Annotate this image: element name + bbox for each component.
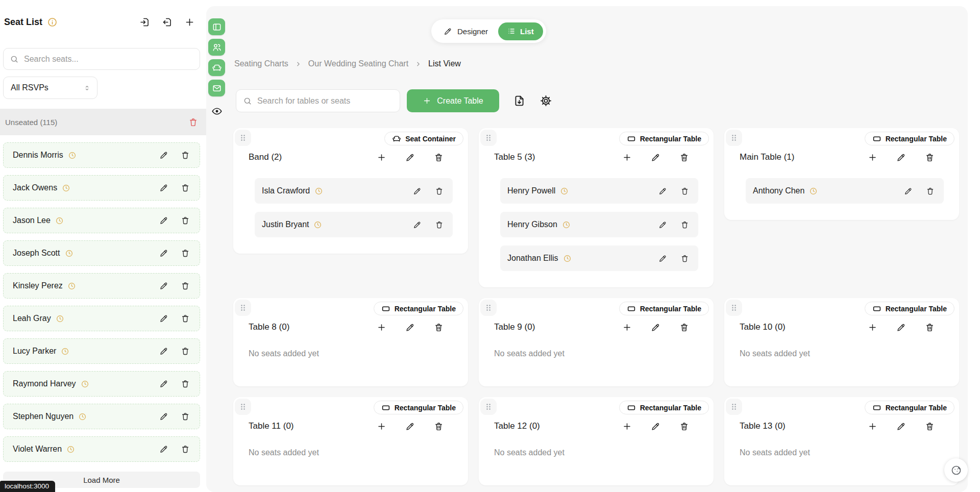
seat-search-input[interactable] [24,55,193,64]
delete-table-button[interactable] [925,323,935,332]
delete-table-button[interactable] [434,323,444,332]
breadcrumb-chart-name[interactable]: Our Wedding Seating Chart [308,59,408,68]
unseated-guest-item[interactable]: Kinsley Perez [3,273,200,299]
unseated-guest-item[interactable]: Dennis Morris [3,142,200,168]
delete-guest-button[interactable] [181,281,190,290]
add-seat-button[interactable] [184,17,195,28]
delete-table-button[interactable] [679,153,689,162]
rsvp-filter-select[interactable]: All RSVPs [3,77,97,99]
delete-guest-button[interactable] [181,379,190,388]
delete-table-button[interactable] [434,153,444,162]
delete-seat-button[interactable] [435,187,444,195]
edit-seat-button[interactable] [658,187,667,195]
add-seat-to-table-button[interactable] [868,323,877,332]
seat-row[interactable]: Justin Bryant [255,212,453,237]
seat-row[interactable]: Henry Powell [500,178,698,204]
delete-guest-button[interactable] [181,347,190,356]
drag-handle[interactable] [235,399,251,415]
info-icon[interactable] [47,17,58,28]
seats-button[interactable] [208,59,225,76]
unseated-guest-item[interactable]: Stephen Nguyen [3,404,200,429]
edit-table-button[interactable] [651,153,660,162]
designer-tab[interactable]: Designer [435,19,498,43]
delete-guest-button[interactable] [181,151,190,160]
delete-table-button[interactable] [925,153,935,162]
edit-table-button[interactable] [651,323,660,332]
cookie-consent-button[interactable] [944,458,968,482]
seat-row[interactable]: Anthony Chen [746,178,944,204]
drag-handle[interactable] [235,130,251,146]
unseated-guest-item[interactable]: Leah Gray [3,306,200,331]
edit-table-button[interactable] [405,153,415,162]
export-button[interactable] [162,17,173,28]
seat-row[interactable]: Isla Crawford [255,178,453,204]
delete-seat-button[interactable] [680,187,689,195]
table-search-input[interactable] [257,96,393,106]
create-table-button[interactable]: Create Table [407,89,499,112]
edit-guest-button[interactable] [159,445,168,454]
edit-seat-button[interactable] [413,187,422,195]
settings-button[interactable] [540,94,552,107]
add-seat-to-table-button[interactable] [377,323,386,332]
edit-guest-button[interactable] [159,216,168,225]
drag-handle[interactable] [235,300,251,316]
drag-handle[interactable] [480,130,497,146]
delete-guest-button[interactable] [181,249,190,258]
delete-guest-button[interactable] [181,445,190,454]
delete-seat-button[interactable] [680,220,689,229]
edit-guest-button[interactable] [159,379,168,388]
import-button[interactable] [139,17,150,28]
edit-seat-button[interactable] [904,187,913,195]
preview-button[interactable] [208,106,225,117]
add-seat-to-table-button[interactable] [868,153,877,162]
delete-guest-button[interactable] [181,314,190,323]
edit-guest-button[interactable] [159,151,168,160]
edit-table-button[interactable] [405,422,415,431]
delete-seat-button[interactable] [926,187,935,195]
edit-table-button[interactable] [651,422,660,431]
add-seat-to-table-button[interactable] [622,323,632,332]
drag-handle[interactable] [726,399,742,415]
unseated-guest-item[interactable]: Jason Lee [3,208,200,233]
drag-handle[interactable] [480,300,497,316]
unseated-guest-item[interactable]: Joseph Scott [3,240,200,266]
edit-table-button[interactable] [896,422,906,431]
edit-guest-button[interactable] [159,281,168,290]
delete-guest-button[interactable] [181,183,190,192]
guests-button[interactable] [208,39,225,56]
delete-table-button[interactable] [434,422,444,431]
edit-table-button[interactable] [896,153,906,162]
unseated-guest-item[interactable]: Lucy Parker [3,338,200,364]
edit-seat-button[interactable] [658,220,667,229]
list-tab[interactable]: List [498,22,543,40]
delete-table-button[interactable] [679,323,689,332]
delete-seat-button[interactable] [435,220,444,229]
panel-layout-button[interactable] [208,18,225,35]
delete-guest-button[interactable] [181,216,190,225]
seat-row[interactable]: Henry Gibson [500,212,698,237]
add-seat-to-table-button[interactable] [622,422,632,431]
seat-row[interactable]: Jonathan Ellis [500,245,698,271]
delete-table-button[interactable] [925,422,935,431]
edit-table-button[interactable] [896,323,906,332]
edit-guest-button[interactable] [159,249,168,258]
edit-guest-button[interactable] [159,347,168,356]
drag-handle[interactable] [726,130,742,146]
delete-seat-button[interactable] [680,254,689,263]
drag-handle[interactable] [480,399,497,415]
add-seat-to-table-button[interactable] [377,422,386,431]
edit-guest-button[interactable] [159,412,168,421]
edit-seat-button[interactable] [658,254,667,263]
edit-seat-button[interactable] [413,220,422,229]
add-seat-to-table-button[interactable] [868,422,877,431]
invites-button[interactable] [208,80,225,96]
delete-guest-button[interactable] [181,412,190,421]
unseated-guest-item[interactable]: Raymond Harvey [3,371,200,397]
export-document-button[interactable] [513,94,526,107]
edit-guest-button[interactable] [159,314,168,323]
breadcrumb-seating-charts[interactable]: Seating Charts [234,59,288,68]
delete-all-unseated-button[interactable] [188,117,198,127]
delete-table-button[interactable] [679,422,689,431]
add-seat-to-table-button[interactable] [377,153,386,162]
drag-handle[interactable] [726,300,742,316]
